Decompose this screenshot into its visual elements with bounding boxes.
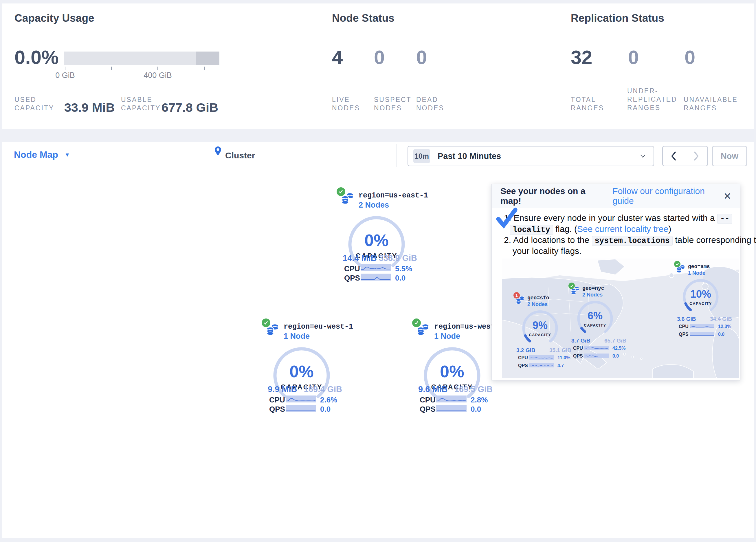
region-name: geo=ams — [688, 264, 710, 269]
qps-value: 0.0 — [395, 274, 405, 283]
unavailable-ranges-label: UNAVAILABLE RANGES — [684, 95, 738, 112]
popup-header: See your nodes on a map! Follow our conf… — [492, 184, 740, 208]
capacity-usage-bar-nonusable — [196, 52, 219, 65]
used-capacity-label: USED CAPACITY — [14, 95, 54, 112]
region-nodes-link[interactable]: 1 Node — [434, 332, 460, 341]
region-used-value: 9.9 MiB — [268, 385, 297, 394]
usable-capacity-value: 677.8 GiB — [162, 100, 218, 115]
qps-sparkline — [286, 405, 316, 412]
cpu-sparkline — [584, 346, 609, 350]
database-nodes-icon — [341, 192, 355, 205]
setup-step-2: 2. Add locations to the system.locations… — [504, 235, 756, 245]
region-nodes-link[interactable]: 1 Node — [284, 332, 310, 341]
capacity-gauge: 0% CAPACITY — [273, 346, 331, 403]
locality-tree-link[interactable]: See current locality tree — [577, 224, 668, 234]
database-nodes-icon — [571, 286, 580, 295]
region-used-value: 3.2 GiB — [516, 347, 535, 354]
setup-step-1-line2: locality flag. (See current locality tre… — [510, 224, 671, 234]
setup-step-2-line2: your locality flags. — [513, 246, 581, 256]
time-range-value: Past 10 Minutes — [438, 151, 501, 161]
cluster-summary-bar: Capacity Usage 0.0% 0 GiB 400 GiB USED C… — [2, 3, 754, 129]
node-status-title: Node Status — [332, 12, 394, 24]
used-capacity-value: 33.9 MiB — [64, 100, 115, 115]
region-nodes-link[interactable]: 1 Node — [688, 270, 705, 276]
database-nodes-icon — [417, 323, 430, 337]
breadcrumb[interactable]: Cluster — [225, 150, 255, 160]
example-world-map: 1 geo=sfo 2 Nodes 9% CAPACITY 3.2 GiB 35… — [502, 258, 739, 378]
region-usable-value: 34.4 GiB — [710, 316, 738, 322]
time-step-back-button[interactable] — [663, 146, 685, 166]
cpu-value: 11.0% — [557, 355, 570, 361]
cpu-value: 5.5% — [395, 264, 412, 273]
axis-tick — [204, 67, 205, 70]
total-ranges-count: 32 — [571, 47, 592, 67]
qps-label: QPS — [344, 274, 360, 283]
capacity-gauge: 0% CAPACITY — [348, 214, 405, 272]
live-nodes-label: LIVE NODES — [332, 95, 360, 112]
capacity-percent: 0% — [423, 362, 481, 381]
region-nodes-link[interactable]: 2 Nodes — [527, 302, 548, 308]
cpu-label: CPU — [420, 396, 436, 405]
region-used-value: 3.6 GiB — [677, 316, 696, 322]
region-used-value: 14.4 MiB — [343, 253, 377, 263]
cpu-value: 42.5% — [612, 346, 625, 351]
database-nodes-icon — [516, 296, 525, 305]
capacity-percent: 10% — [683, 288, 719, 300]
live-nodes-count: 4 — [332, 47, 343, 67]
view-toolbar: Node Map ▼ Cluster 10m Past 10 Minutes — [2, 142, 754, 170]
view-selector-label[interactable]: Node Map — [14, 149, 58, 160]
capacity-caption: CAPACITY — [577, 323, 613, 328]
popup-title: See your nodes on a map! — [500, 186, 604, 206]
region-nodes-link[interactable]: 2 Nodes — [582, 292, 603, 298]
time-range-select[interactable]: 10m Past 10 Minutes — [408, 146, 654, 166]
capacity-usage-percent: 0.0% — [14, 47, 59, 67]
cluster-overview-page: Capacity Usage 0.0% 0 GiB 400 GiB USED C… — [0, 0, 756, 542]
unavailable-ranges-count: 0 — [685, 47, 695, 67]
cpu-sparkline — [436, 396, 467, 403]
qps-value: 0.0 — [718, 332, 724, 337]
under-replicated-ranges-label: UNDER- REPLICATED RANGES — [627, 87, 677, 112]
qps-value: 0.0 — [612, 354, 619, 359]
capacity-usage-title: Capacity Usage — [14, 12, 94, 24]
capacity-percent: 0% — [348, 230, 405, 250]
qps-value: 0.0 — [320, 405, 331, 414]
capacity-percent: 0% — [273, 362, 331, 381]
qps-label: QPS — [573, 354, 583, 359]
region-usable-value: 169.5 GiB — [452, 385, 493, 394]
configuration-guide-link[interactable]: Follow our configuration guide — [612, 186, 723, 206]
capacity-gauge: 9% CAPACITY — [522, 310, 558, 346]
setup-step-1: 1. Ensure every node in your cluster was… — [504, 213, 732, 223]
region-usable-value: 338.9 GiB — [377, 253, 417, 263]
time-step-control — [662, 146, 708, 166]
completed-check-icon — [495, 207, 518, 230]
capacity-caption: CAPACITY — [522, 333, 558, 337]
close-icon[interactable]: ✕ — [723, 190, 731, 202]
region-name: region=eu-west-1 — [284, 323, 353, 331]
now-button[interactable]: Now — [712, 146, 747, 166]
qps-label: QPS — [679, 332, 689, 337]
qps-sparkline — [361, 274, 391, 281]
map-pin-icon — [214, 146, 222, 157]
cpu-label: CPU — [679, 324, 689, 329]
capacity-percent: 9% — [522, 319, 558, 332]
capacity-gauge: 6% CAPACITY — [577, 300, 613, 336]
region-nodes-link[interactable]: 2 Nodes — [359, 201, 389, 209]
cpu-value: 12.3% — [718, 324, 731, 329]
cpu-value: 2.8% — [471, 396, 488, 405]
chevron-down-icon: ▼ — [65, 152, 70, 158]
dead-nodes-label: DEAD NODES — [416, 95, 444, 112]
cpu-sparkline — [529, 355, 554, 360]
qps-sparkline — [529, 363, 554, 368]
capacity-gauge: 10% CAPACITY — [683, 278, 719, 314]
qps-value: 4.7 — [557, 363, 564, 368]
nodes-on-map-popup: See your nodes on a map! Follow our conf… — [491, 184, 740, 381]
time-step-forward-button[interactable] — [685, 146, 707, 166]
view-selector-dropdown[interactable]: Node Map ▼ — [14, 149, 70, 160]
region-name: geo=nyc — [582, 286, 604, 291]
capacity-usage-bar — [64, 52, 219, 65]
cpu-label: CPU — [344, 264, 360, 273]
region-name: region=us-east-1 — [359, 191, 428, 200]
cpu-label: CPU — [573, 346, 583, 351]
under-replicated-ranges-count: 0 — [628, 47, 639, 67]
suspect-nodes-label: SUSPECT NODES — [374, 95, 412, 112]
